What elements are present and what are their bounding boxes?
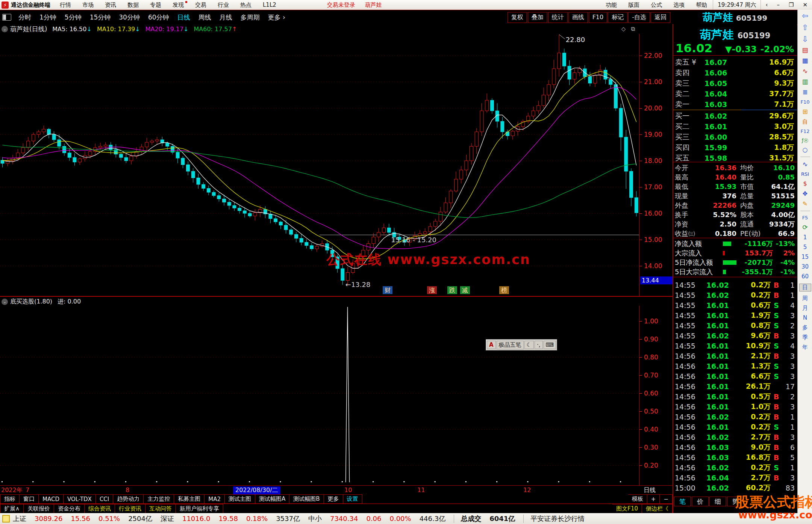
tick-tab-价[interactable]: 价 — [692, 497, 709, 506]
menu-item-帮助[interactable]: 帮助 — [690, 0, 713, 10]
menu-item-资讯[interactable]: 资讯 — [99, 0, 122, 10]
period-5[interactable]: 5 — [798, 245, 812, 250]
tick-tab-笔[interactable]: 笔 — [674, 497, 691, 506]
back-arrow-icon[interactable]: ⇦ — [798, 12, 812, 20]
tab-设置[interactable]: 设置 — [343, 494, 362, 504]
toolbar-button-F10[interactable]: F10 — [589, 12, 607, 23]
period-tab-更多 ›[interactable]: 更多 › — [264, 13, 289, 22]
tab-主力监控[interactable]: 主力监控 — [144, 494, 174, 504]
tick-row[interactable]: 14:5616.022.7万B3 — [673, 432, 797, 442]
window-control-3[interactable]: ✕ — [798, 2, 812, 8]
date-label[interactable]: 8 — [126, 486, 129, 494]
toolbar-button-统计[interactable]: 统计 — [548, 12, 568, 23]
bid-row[interactable]: 买一16.0229.6万 — [673, 111, 797, 121]
tab-更多[interactable]: 更多 — [324, 494, 343, 504]
down-arrow-icon[interactable]: ⇩ — [798, 35, 812, 43]
period-tab-多周期[interactable]: 多周期 — [236, 13, 264, 22]
zixuan-icon[interactable]: 自 — [798, 119, 812, 125]
ask-row[interactable]: 卖四16.066.6万 — [673, 68, 797, 78]
period-tab-周线[interactable]: 周线 — [194, 13, 215, 22]
period-week[interactable]: 周 — [798, 296, 812, 301]
ime-item-4[interactable]: ⌨ — [544, 341, 556, 349]
panes-icon[interactable]: ⧉ — [631, 26, 635, 32]
tab-+[interactable]: + — [647, 494, 660, 504]
period-60[interactable]: 60 — [798, 274, 812, 279]
tick-row[interactable]: 14:5616.020.2万S1 — [673, 462, 797, 473]
ime-item-3[interactable]: ·, — [535, 341, 543, 349]
window-control-1[interactable]: – — [772, 2, 784, 8]
menu-item-功能[interactable]: 功能 — [600, 0, 623, 10]
period-tab-1分钟[interactable]: 1分钟 — [35, 13, 61, 22]
tick-row[interactable]: 14:5616.020.2万B1 — [673, 412, 797, 422]
menu-item-L1L2[interactable]: L1L2 — [257, 0, 282, 10]
tick-row[interactable]: 14:5616.0316.8万B5 — [673, 452, 797, 462]
tick-row[interactable]: 14:5616.012.1万B3 — [673, 351, 797, 361]
menu-item-版面[interactable]: 版面 — [623, 0, 645, 10]
date-label[interactable]: 12 — [523, 486, 531, 494]
menu-item-热点[interactable]: 热点 — [235, 0, 257, 10]
date-label[interactable]: 10 — [344, 486, 352, 494]
tick-row[interactable]: 14:5516.029.6万B3 — [673, 331, 797, 341]
tick-row[interactable]: 14:5616.039.0万B6 — [673, 442, 797, 452]
date-label-selected[interactable]: 2022/08/30/二 — [233, 486, 280, 494]
money-icon[interactable]: $ — [798, 181, 812, 187]
hotlink-跌[interactable]: 跌 — [447, 286, 457, 294]
tab-CCI[interactable]: CCI — [96, 494, 113, 504]
period-year[interactable]: 年 — [798, 344, 812, 350]
move-icon[interactable]: ✥ — [798, 191, 812, 197]
bid-row[interactable]: 买四15.991.8万 — [673, 142, 797, 153]
tab-指标[interactable]: 指标 — [0, 494, 20, 504]
tick-row[interactable]: 14:5516.011.9万S3 — [673, 310, 797, 320]
f12-icon[interactable]: F12 — [798, 129, 812, 134]
tab-测试主图[interactable]: 测试主图 — [225, 494, 255, 504]
period-tab-日线[interactable]: 日线 — [173, 13, 194, 22]
hotlink-减[interactable]: 减 — [460, 286, 470, 294]
tab-测试幅图B[interactable]: 测试幅图B — [289, 494, 324, 504]
tab-趋势动力[interactable]: 趋势动力 — [113, 494, 144, 504]
window-control-0[interactable]: ‹ — [761, 2, 772, 8]
rsi-icon[interactable]: RSI — [798, 172, 812, 177]
date-label[interactable]: 11 — [417, 486, 425, 494]
ime-item-2[interactable]: ☾ — [524, 341, 534, 349]
tab-模板[interactable]: 模板 — [628, 494, 647, 504]
ime-item-0[interactable]: A — [487, 341, 496, 349]
kline-icon[interactable]: ▥ — [798, 79, 812, 85]
collapse-indicator-icon[interactable]: ⌄ — [2, 299, 8, 305]
period-quarter[interactable]: 季 — [798, 335, 812, 340]
tick-row[interactable]: 14:5616.0126.1万17 — [673, 381, 797, 391]
tab-私募主图[interactable]: 私募主图 — [174, 494, 205, 504]
tab-新用户福利专享[interactable]: 新用户福利专享 — [176, 504, 223, 513]
quote-list-icon[interactable]: ▤ — [798, 47, 812, 53]
formula-icon[interactable]: ƒ㊍ — [798, 138, 812, 143]
trend-line-icon[interactable]: ∿ — [798, 68, 812, 74]
period-tab-分时[interactable]: 分时 — [14, 13, 35, 22]
period-tab-30分钟[interactable]: 30分钟 — [115, 13, 144, 22]
period-1[interactable]: 1 — [798, 235, 812, 240]
tick-row[interactable]: 14:5516.010.6万S4 — [673, 300, 797, 310]
toolbar-button-标记[interactable]: 标记 — [608, 12, 627, 23]
tick-row[interactable]: 14:5516.010.8万S2 — [673, 320, 797, 331]
tick-row[interactable]: 14:5616.011.0万B3 — [673, 402, 797, 412]
block-tree-icon[interactable]: ⊞ — [798, 109, 812, 115]
hotlink-榜[interactable]: 榜 — [499, 286, 509, 294]
period-tab-60分钟[interactable]: 60分钟 — [144, 13, 173, 22]
refresh-icon[interactable]: ⟳ — [798, 224, 812, 231]
tick-row[interactable]: 14:5616.010.5万B2 — [673, 391, 797, 402]
ime-item-1[interactable]: 极品五笔 — [497, 341, 524, 349]
period-15[interactable]: 15 — [798, 254, 812, 260]
tab-MACD[interactable]: MACD — [39, 494, 64, 504]
date-label[interactable]: 2022年 — [1, 486, 23, 494]
period-tab-15分钟[interactable]: 15分钟 — [86, 13, 115, 22]
candlestick-chart[interactable]: 22.80←13.2815.16 - 15.20 — [0, 34, 639, 296]
tab-综合资讯[interactable]: 综合资讯 — [85, 504, 115, 513]
ask-row[interactable]: 卖二16.0437.7万 — [673, 89, 797, 99]
menu-item-行业[interactable]: 行业 — [212, 0, 235, 10]
ask-row[interactable]: 卖三16.059.3万 — [673, 78, 797, 89]
tab-互动问答[interactable]: 互动问答 — [145, 504, 176, 513]
tab-扩展∧[interactable]: 扩展∧ — [0, 504, 24, 513]
tick-row[interactable]: 14:5516.020.2万B1 — [673, 280, 797, 290]
f5-icon[interactable]: F5 — [798, 215, 812, 220]
period-tab-5分钟[interactable]: 5分钟 — [61, 13, 86, 22]
tab-资金分布[interactable]: 资金分布 — [54, 504, 85, 513]
period-30[interactable]: 30 — [798, 264, 812, 270]
